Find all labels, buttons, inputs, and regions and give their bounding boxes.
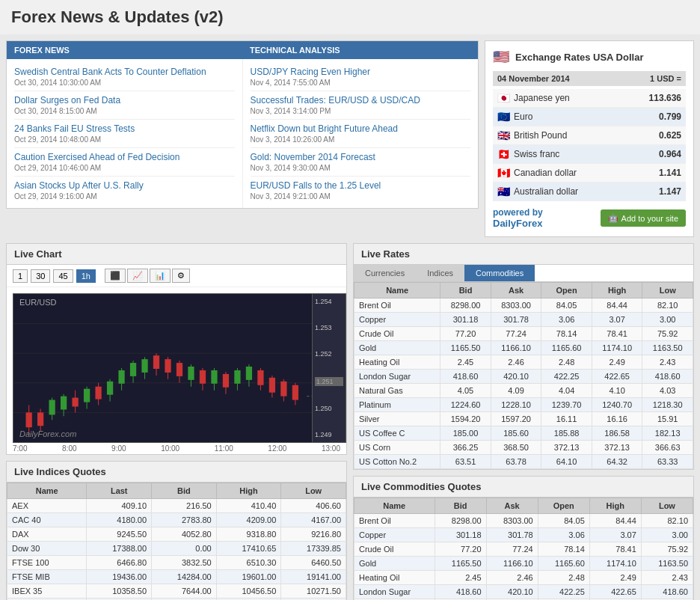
- news-link[interactable]: Caution Exercised Ahead of Fed Decision: [14, 152, 235, 162]
- commodities-cell: 3.00: [641, 528, 693, 542]
- rates-cell: 8303.00: [491, 299, 541, 313]
- rates-cell: 372.13: [592, 441, 642, 455]
- rates-cell: 4.03: [642, 384, 693, 398]
- news-item: Dollar Surges on Fed DataOct 30, 2014 8:…: [14, 91, 235, 120]
- chart-candlestick-btn[interactable]: ⬛: [105, 269, 126, 283]
- rates-cell: 64.10: [541, 455, 592, 469]
- commodities-cell: 78.14: [538, 542, 589, 557]
- commodities-cell: 2.43: [641, 571, 693, 585]
- commodities-cell: 3.06: [538, 528, 589, 542]
- currency-flag-icon: 🇬🇧: [497, 129, 510, 141]
- rates-cell: 1166.10: [491, 341, 541, 355]
- currency-value: 1.147: [659, 186, 681, 197]
- rates-cell: 186.58: [592, 426, 642, 441]
- chart-bar-btn[interactable]: 📊: [150, 269, 171, 283]
- indices-cell: IBEX 35: [7, 584, 87, 599]
- add-site-button[interactable]: 🤖 Add to your site: [601, 209, 686, 227]
- exchange-date: 04 November 2014: [497, 74, 570, 83]
- news-link[interactable]: Swedish Central Bank Acts To Counter Def…: [14, 67, 235, 77]
- rates-cell: 1240.70: [592, 398, 642, 412]
- svg-rect-16: [84, 389, 90, 402]
- news-date: Nov 3, 2014 3:14:00 PM: [251, 107, 471, 115]
- chart-line-btn[interactable]: 📈: [127, 269, 148, 283]
- rates-cell: Copper: [354, 313, 440, 327]
- indices-cell: Dow 30: [7, 542, 87, 556]
- currency-name: Australian dollar: [514, 186, 578, 197]
- forex-news-header: FOREX NEWS: [7, 41, 242, 59]
- rates-cell: 4.10: [592, 384, 642, 398]
- indices-cell: FTSE 100: [7, 556, 87, 570]
- news-link[interactable]: Successful Trades: EUR/USD & USD/CAD: [251, 95, 471, 105]
- news-link[interactable]: EUR/USD Falls to the 1.25 Level: [251, 180, 471, 191]
- rates-tab-commodities[interactable]: Commodities: [464, 265, 535, 281]
- rates-column-header: Name: [354, 283, 440, 299]
- news-link[interactable]: Asian Stocks Up After U.S. Rally: [14, 180, 235, 191]
- exchange-panel: 🇺🇸 Exchange Rates USA Dollar 04 November…: [485, 40, 694, 237]
- commodities-cell: Copper: [354, 528, 435, 542]
- commodities-cell: 2.46: [486, 571, 538, 585]
- rates-table-row: Heating Oil2.452.462.482.492.43: [354, 355, 693, 370]
- rates-cell: 1224.60: [440, 398, 491, 412]
- commodities-table-row: Copper301.18301.783.063.073.00: [354, 528, 693, 542]
- news-link[interactable]: 24 Banks Fail EU Stress Tests: [14, 123, 235, 134]
- svg-rect-12: [61, 397, 67, 410]
- currency-value: 0.964: [659, 149, 681, 159]
- exchange-rate-label: 1 USD =: [650, 74, 681, 83]
- indices-column-header: Low: [281, 483, 346, 499]
- svg-rect-34: [188, 367, 194, 380]
- commodities-cell: Gold: [354, 557, 435, 571]
- commodities-cell: 75.92: [641, 542, 693, 557]
- exchange-currency-row: 🇯🇵Japanese yen113.636: [493, 89, 686, 108]
- rates-cell: 2.46: [491, 355, 541, 370]
- commodities-column-header: Low: [641, 498, 693, 514]
- indices-table-row: FTSE 1006466.803832.506510.306460.50: [7, 556, 346, 570]
- commodities-cell: 301.78: [486, 528, 538, 542]
- chart-btn-30[interactable]: 30: [31, 269, 50, 283]
- indices-cell: 4052.80: [152, 527, 217, 542]
- exchange-currency-row: 🇨🇦Canadian dollar1.141: [493, 164, 686, 183]
- indices-table-row: DAX9245.504052.809318.809216.80: [7, 527, 346, 542]
- indices-table-row: FTSE MIB19436.0014284.0019601.0019141.00: [7, 570, 346, 584]
- news-link[interactable]: Dollar Surges on Fed Data: [14, 95, 235, 105]
- rates-cell: 1165.60: [541, 341, 592, 355]
- news-date: Nov 3, 2014 9:30:00 AM: [251, 164, 471, 172]
- rates-table-row: Gold1165.501166.101165.601174.101163.50: [354, 341, 693, 355]
- powered-by-label: powered by: [493, 207, 543, 218]
- indices-table: NameLastBidHighLow AEX409.10216.50410.40…: [7, 483, 346, 600]
- commodities-cell: 418.60: [435, 585, 486, 599]
- news-link[interactable]: Netflix Down but Bright Future Ahead: [251, 123, 471, 134]
- rates-cell: 78.14: [541, 327, 592, 341]
- commodities-column-header: Ask: [486, 498, 538, 514]
- live-rates-panel: Live Rates CurrenciesIndicesCommodities …: [353, 243, 694, 470]
- commodities-cell: 301.18: [435, 528, 486, 542]
- rates-tab-indices[interactable]: Indices: [416, 265, 464, 281]
- news-panel: FOREX NEWS TECHNICAL ANALYSIS Swedish Ce…: [6, 40, 479, 209]
- rates-cell: 1594.20: [440, 412, 491, 426]
- commodities-cell: Brent Oil: [354, 514, 435, 528]
- rates-cell: 1163.50: [642, 341, 693, 355]
- rates-cell: 77.20: [440, 327, 491, 341]
- tech-analysis-header: TECHNICAL ANALYSIS: [242, 41, 478, 59]
- rates-column-header: Open: [541, 283, 592, 299]
- rates-table-row: Natural Gas4.054.094.044.104.03: [354, 384, 693, 398]
- news-link[interactable]: Gold: November 2014 Forecast: [251, 152, 471, 162]
- rates-table: NameBidAskOpenHighLow Brent Oil8298.0083…: [354, 282, 693, 469]
- currency-value: 0.625: [659, 130, 681, 141]
- rates-cell: 1165.50: [440, 341, 491, 355]
- commodities-cell: Crude Oil: [354, 542, 435, 557]
- commodities-cell: 420.10: [486, 585, 538, 599]
- news-date: Oct 29, 2014 10:48:00 AM: [14, 135, 235, 144]
- rates-tab-currencies[interactable]: Currencies: [354, 265, 416, 281]
- chart-btn-1h[interactable]: 1h: [76, 269, 96, 283]
- commodities-cell: 2.49: [589, 571, 641, 585]
- rates-cell: 3.00: [642, 313, 693, 327]
- rates-cell: Platinum: [354, 398, 440, 412]
- chart-btn-1[interactable]: 1: [13, 269, 28, 283]
- news-link[interactable]: USD/JPY Racing Even Higher: [251, 67, 471, 77]
- chart-settings-btn[interactable]: ⚙: [172, 269, 190, 283]
- chart-btn-45[interactable]: 45: [53, 269, 73, 283]
- indices-cell: 10456.50: [216, 584, 281, 599]
- svg-rect-38: [211, 370, 217, 384]
- svg-rect-42: [234, 370, 240, 384]
- currency-name: British Pound: [514, 130, 567, 141]
